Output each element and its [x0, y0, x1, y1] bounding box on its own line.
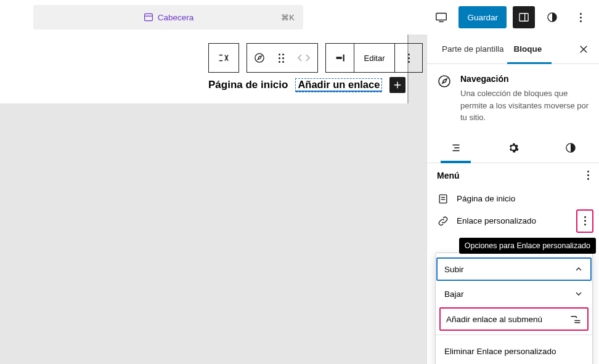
- dropdown-label: Eliminar Enlace personalizado: [444, 347, 556, 356]
- breadcrumb-title: Cabecera: [158, 13, 194, 22]
- dropdown-move-up[interactable]: Subir: [436, 257, 592, 281]
- svg-point-14: [439, 76, 450, 87]
- svg-rect-4: [520, 14, 528, 22]
- compass-icon: [437, 74, 452, 89]
- desktop-icon: [434, 10, 448, 24]
- menu-item-page[interactable]: Página de inicio: [437, 188, 589, 210]
- svg-point-7: [255, 54, 264, 62]
- drag-icon: [279, 54, 284, 63]
- settings-panel-toggle[interactable]: [513, 6, 535, 28]
- styles-button[interactable]: [541, 6, 563, 28]
- dropdown-add-submenu[interactable]: Añadir enlace al submenú: [439, 307, 589, 331]
- gear-icon: [507, 142, 520, 154]
- tab-indicator: [507, 62, 552, 65]
- dropdown-label: Subir: [444, 265, 464, 274]
- svg-rect-8: [336, 57, 341, 59]
- submenu-icon: [569, 314, 582, 324]
- save-button[interactable]: Guardar: [458, 6, 507, 28]
- nav-item-home[interactable]: Página de inicio: [208, 79, 288, 91]
- nav-item-add-link[interactable]: Añadir un enlace: [295, 78, 382, 92]
- dropdown-label: Añadir enlace al submenú: [446, 315, 542, 324]
- menu-heading: Menú: [437, 171, 460, 180]
- svg-rect-9: [343, 55, 344, 62]
- view-device-button[interactable]: [430, 6, 452, 28]
- sidebar-icon: [518, 11, 530, 23]
- block-more-button[interactable]: [395, 44, 422, 72]
- subtab-styles[interactable]: [542, 134, 599, 163]
- chevrons-icon: [295, 52, 313, 63]
- compass-icon: [253, 52, 266, 64]
- breadcrumb-chip[interactable]: Cabecera ⌘K: [33, 5, 303, 30]
- menu-item-options-button[interactable]: [577, 210, 593, 232]
- menu-item-label: Enlace personalizado: [457, 216, 536, 225]
- contrast-icon: [564, 142, 577, 154]
- top-more-button[interactable]: [569, 6, 592, 28]
- options-dropdown: Subir Bajar Añadir enlace al submenú Eli…: [435, 253, 593, 364]
- more-vertical-icon: [580, 13, 582, 22]
- more-vertical-icon: [587, 171, 589, 180]
- menu-item-label: Página de inicio: [457, 194, 515, 203]
- menu-item-custom-link[interactable]: Enlace personalizado: [437, 210, 589, 232]
- navigation-block-icon: [217, 51, 230, 65]
- dropdown-move-down[interactable]: Bajar: [436, 281, 592, 306]
- editor-canvas: Editar Página de inicio Añadir un enlace: [0, 34, 426, 364]
- svg-rect-2: [436, 14, 447, 20]
- justify-button[interactable]: [326, 44, 354, 72]
- divider: [436, 334, 592, 335]
- tab-block[interactable]: Bloque: [509, 34, 547, 64]
- more-vertical-icon: [584, 216, 586, 225]
- close-icon: [578, 44, 589, 55]
- move-arrows[interactable]: [290, 44, 317, 72]
- inspector-panel: Parte de plantilla Bloque Navegación Una…: [426, 34, 599, 364]
- shortcut-hint: ⌘K: [281, 13, 295, 22]
- block-title: Navegación: [460, 74, 589, 84]
- align-right-icon: [333, 51, 347, 65]
- svg-rect-19: [439, 195, 447, 203]
- dropdown-remove[interactable]: Eliminar Enlace personalizado: [436, 339, 592, 363]
- close-panel-button[interactable]: [578, 44, 589, 55]
- tooltip: Opciones para Enlace personalizado: [459, 238, 596, 254]
- select-parent-button[interactable]: [247, 44, 272, 72]
- add-block-button[interactable]: [389, 77, 405, 93]
- list-icon: [449, 141, 463, 155]
- tab-template-part[interactable]: Parte de plantilla: [437, 34, 509, 64]
- plus-icon: [392, 79, 403, 91]
- contrast-icon: [546, 11, 558, 23]
- block-description: Una colección de bloques que permite a l…: [460, 87, 589, 124]
- page-icon: [437, 193, 449, 205]
- header-template-icon: [143, 12, 154, 23]
- link-icon: [437, 215, 449, 227]
- more-vertical-icon: [408, 54, 410, 63]
- chevron-up-icon: [574, 264, 584, 274]
- svg-rect-0: [144, 14, 152, 20]
- menu-more-button[interactable]: [587, 171, 589, 180]
- dropdown-label: Bajar: [444, 289, 464, 299]
- chevron-down-icon: [574, 289, 584, 299]
- subtab-list[interactable]: [427, 134, 484, 163]
- drag-handle[interactable]: [272, 44, 290, 72]
- subtab-settings[interactable]: [484, 134, 542, 163]
- edit-button[interactable]: Editar: [354, 44, 395, 72]
- block-type-button[interactable]: [209, 44, 238, 72]
